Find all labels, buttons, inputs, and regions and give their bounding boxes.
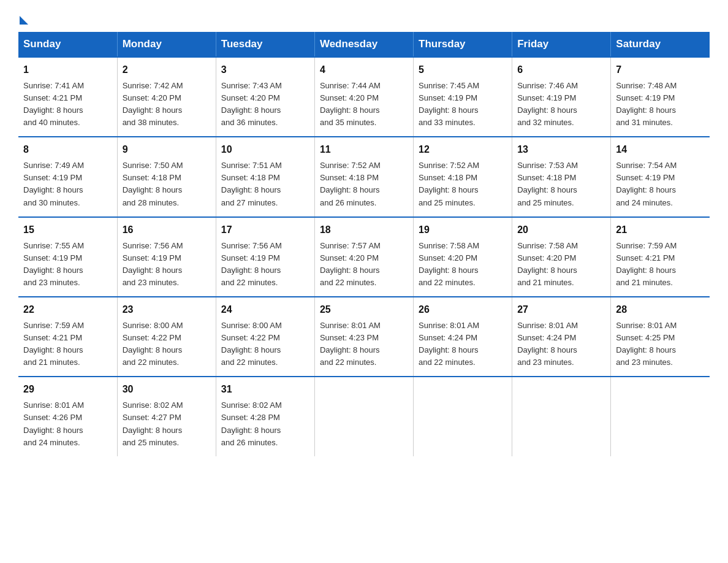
header-friday: Friday <box>512 32 611 57</box>
day-info: Sunrise: 7:43 AM Sunset: 4:20 PM Dayligh… <box>221 80 309 129</box>
calendar-cell: 10 Sunrise: 7:51 AM Sunset: 4:18 PM Dayl… <box>216 137 314 216</box>
calendar-cell: 4 Sunrise: 7:44 AM Sunset: 4:20 PM Dayli… <box>314 57 413 137</box>
calendar-cell: 16 Sunrise: 7:56 AM Sunset: 4:19 PM Dayl… <box>117 217 216 297</box>
calendar-cell: 9 Sunrise: 7:50 AM Sunset: 4:18 PM Dayli… <box>117 137 216 216</box>
day-info: Sunrise: 8:02 AM Sunset: 4:27 PM Dayligh… <box>123 399 211 449</box>
day-info: Sunrise: 8:00 AM Sunset: 4:22 PM Dayligh… <box>221 320 309 369</box>
day-number: 12 <box>419 142 507 158</box>
calendar-header-row: SundayMondayTuesdayWednesdayThursdayFrid… <box>18 32 710 57</box>
day-info: Sunrise: 7:51 AM Sunset: 4:18 PM Dayligh… <box>221 159 309 209</box>
day-info: Sunrise: 7:59 AM Sunset: 4:21 PM Dayligh… <box>23 320 112 369</box>
calendar-cell: 6 Sunrise: 7:46 AM Sunset: 4:19 PM Dayli… <box>512 57 611 137</box>
calendar-cell: 23 Sunrise: 8:00 AM Sunset: 4:22 PM Dayl… <box>117 297 216 377</box>
day-number: 7 <box>616 63 705 78</box>
day-info: Sunrise: 7:49 AM Sunset: 4:19 PM Dayligh… <box>23 159 112 209</box>
day-info: Sunrise: 7:53 AM Sunset: 4:18 PM Dayligh… <box>517 159 605 209</box>
day-info: Sunrise: 7:54 AM Sunset: 4:19 PM Dayligh… <box>616 159 705 209</box>
day-info: Sunrise: 7:52 AM Sunset: 4:18 PM Dayligh… <box>320 159 408 209</box>
day-info: Sunrise: 7:57 AM Sunset: 4:20 PM Dayligh… <box>320 240 408 289</box>
day-number: 21 <box>616 223 705 238</box>
calendar-cell: 18 Sunrise: 7:57 AM Sunset: 4:20 PM Dayl… <box>314 217 413 297</box>
calendar-cell: 17 Sunrise: 7:56 AM Sunset: 4:19 PM Dayl… <box>216 217 314 297</box>
day-info: Sunrise: 8:01 AM Sunset: 4:24 PM Dayligh… <box>419 320 507 369</box>
day-info: Sunrise: 7:56 AM Sunset: 4:19 PM Dayligh… <box>221 240 309 289</box>
header-saturday: Saturday <box>611 32 710 57</box>
day-number: 27 <box>517 302 605 318</box>
day-info: Sunrise: 8:01 AM Sunset: 4:24 PM Dayligh… <box>517 320 605 369</box>
day-number: 26 <box>419 302 507 318</box>
calendar-cell: 5 Sunrise: 7:45 AM Sunset: 4:19 PM Dayli… <box>414 57 512 137</box>
header-monday: Monday <box>117 32 216 57</box>
day-info: Sunrise: 8:01 AM Sunset: 4:25 PM Dayligh… <box>616 320 705 369</box>
day-number: 13 <box>517 142 605 158</box>
week-row-4: 22 Sunrise: 7:59 AM Sunset: 4:21 PM Dayl… <box>18 297 710 377</box>
day-info: Sunrise: 8:02 AM Sunset: 4:28 PM Dayligh… <box>221 399 309 449</box>
day-number: 6 <box>517 63 605 78</box>
day-number: 15 <box>23 223 112 238</box>
day-number: 8 <box>23 142 112 158</box>
calendar-cell: 1 Sunrise: 7:41 AM Sunset: 4:21 PM Dayli… <box>18 57 117 137</box>
day-info: Sunrise: 7:59 AM Sunset: 4:21 PM Dayligh… <box>616 240 705 289</box>
day-info: Sunrise: 7:42 AM Sunset: 4:20 PM Dayligh… <box>123 80 211 129</box>
day-number: 18 <box>320 223 408 238</box>
calendar-cell: 24 Sunrise: 8:00 AM Sunset: 4:22 PM Dayl… <box>216 297 314 377</box>
day-info: Sunrise: 7:45 AM Sunset: 4:19 PM Dayligh… <box>419 80 507 129</box>
day-number: 9 <box>123 142 211 158</box>
day-info: Sunrise: 7:46 AM Sunset: 4:19 PM Dayligh… <box>517 80 605 129</box>
day-number: 20 <box>517 223 605 238</box>
calendar-cell: 13 Sunrise: 7:53 AM Sunset: 4:18 PM Dayl… <box>512 137 611 216</box>
week-row-3: 15 Sunrise: 7:55 AM Sunset: 4:19 PM Dayl… <box>18 217 710 297</box>
logo <box>18 12 28 22</box>
day-info: Sunrise: 7:52 AM Sunset: 4:18 PM Dayligh… <box>419 159 507 209</box>
day-number: 25 <box>320 302 408 318</box>
day-info: Sunrise: 8:00 AM Sunset: 4:22 PM Dayligh… <box>123 320 211 369</box>
day-info: Sunrise: 7:58 AM Sunset: 4:20 PM Dayligh… <box>517 240 605 289</box>
day-number: 1 <box>23 63 112 78</box>
day-number: 3 <box>221 63 309 78</box>
calendar-cell <box>611 377 710 456</box>
calendar-cell: 15 Sunrise: 7:55 AM Sunset: 4:19 PM Dayl… <box>18 217 117 297</box>
calendar-cell: 20 Sunrise: 7:58 AM Sunset: 4:20 PM Dayl… <box>512 217 611 297</box>
day-number: 29 <box>23 382 112 397</box>
calendar-cell: 27 Sunrise: 8:01 AM Sunset: 4:24 PM Dayl… <box>512 297 611 377</box>
calendar-cell: 28 Sunrise: 8:01 AM Sunset: 4:25 PM Dayl… <box>611 297 710 377</box>
calendar-cell: 29 Sunrise: 8:01 AM Sunset: 4:26 PM Dayl… <box>18 377 117 456</box>
day-number: 17 <box>221 223 309 238</box>
day-info: Sunrise: 7:55 AM Sunset: 4:19 PM Dayligh… <box>23 240 112 289</box>
calendar-cell: 2 Sunrise: 7:42 AM Sunset: 4:20 PM Dayli… <box>117 57 216 137</box>
day-info: Sunrise: 8:01 AM Sunset: 4:26 PM Dayligh… <box>23 399 112 449</box>
calendar-cell: 26 Sunrise: 8:01 AM Sunset: 4:24 PM Dayl… <box>414 297 512 377</box>
day-info: Sunrise: 7:50 AM Sunset: 4:18 PM Dayligh… <box>123 159 211 209</box>
week-row-2: 8 Sunrise: 7:49 AM Sunset: 4:19 PM Dayli… <box>18 137 710 216</box>
header-wednesday: Wednesday <box>314 32 413 57</box>
day-info: Sunrise: 7:44 AM Sunset: 4:20 PM Dayligh… <box>320 80 408 129</box>
page-header <box>18 12 710 22</box>
day-info: Sunrise: 7:48 AM Sunset: 4:19 PM Dayligh… <box>616 80 705 129</box>
day-number: 11 <box>320 142 408 158</box>
calendar-cell: 31 Sunrise: 8:02 AM Sunset: 4:28 PM Dayl… <box>216 377 314 456</box>
calendar-cell: 19 Sunrise: 7:58 AM Sunset: 4:20 PM Dayl… <box>414 217 512 297</box>
calendar-cell: 7 Sunrise: 7:48 AM Sunset: 4:19 PM Dayli… <box>611 57 710 137</box>
day-number: 24 <box>221 302 309 318</box>
day-number: 28 <box>616 302 705 318</box>
day-number: 4 <box>320 63 408 78</box>
day-number: 2 <box>123 63 211 78</box>
day-number: 30 <box>123 382 211 397</box>
calendar-cell: 22 Sunrise: 7:59 AM Sunset: 4:21 PM Dayl… <box>18 297 117 377</box>
day-number: 19 <box>419 223 507 238</box>
calendar-cell: 25 Sunrise: 8:01 AM Sunset: 4:23 PM Dayl… <box>314 297 413 377</box>
header-sunday: Sunday <box>18 32 117 57</box>
day-number: 16 <box>123 223 211 238</box>
day-number: 23 <box>123 302 211 318</box>
header-thursday: Thursday <box>414 32 512 57</box>
calendar-cell: 21 Sunrise: 7:59 AM Sunset: 4:21 PM Dayl… <box>611 217 710 297</box>
calendar-cell <box>314 377 413 456</box>
day-number: 14 <box>616 142 705 158</box>
calendar-cell: 12 Sunrise: 7:52 AM Sunset: 4:18 PM Dayl… <box>414 137 512 216</box>
calendar-cell: 14 Sunrise: 7:54 AM Sunset: 4:19 PM Dayl… <box>611 137 710 216</box>
calendar-cell: 11 Sunrise: 7:52 AM Sunset: 4:18 PM Dayl… <box>314 137 413 216</box>
calendar-cell <box>512 377 611 456</box>
day-number: 5 <box>419 63 507 78</box>
calendar-cell: 30 Sunrise: 8:02 AM Sunset: 4:27 PM Dayl… <box>117 377 216 456</box>
calendar-cell: 8 Sunrise: 7:49 AM Sunset: 4:19 PM Dayli… <box>18 137 117 216</box>
